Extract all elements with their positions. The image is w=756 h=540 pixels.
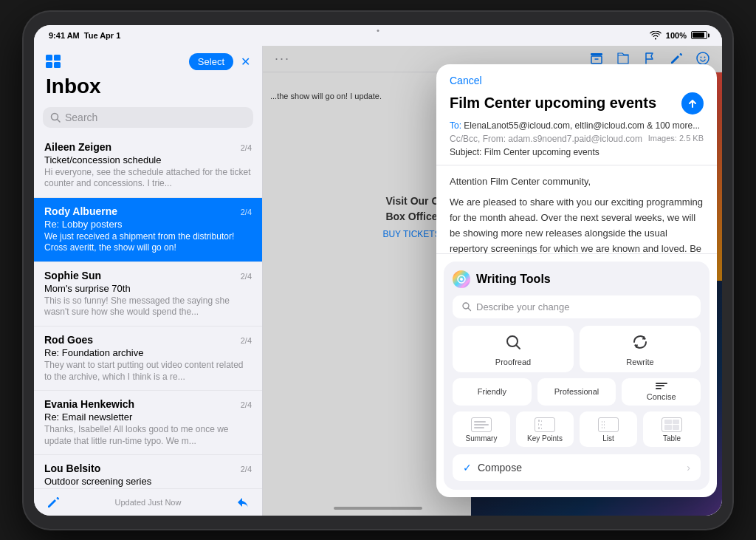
mail-subject: Re: Foundation archive: [44, 347, 252, 358]
compose-text: Compose: [478, 462, 522, 474]
key-points-button[interactable]: Key Points: [516, 411, 574, 447]
mail-sender: Rody Albuerne: [44, 205, 117, 217]
proofread-button[interactable]: Proofread: [453, 326, 574, 372]
to-field: To: ElenaLanot55@icloud.com, eltlin@iclo…: [450, 120, 704, 131]
subject-label: Subject:: [450, 147, 481, 157]
mail-item[interactable]: Sophie Sun 2/4 Mom's surprise 70th This …: [34, 262, 262, 327]
search-placeholder: Search: [65, 112, 97, 123]
professional-button[interactable]: Professional: [537, 378, 616, 406]
mail-date: 2/4: [241, 208, 252, 216]
describe-placeholder: Describe your change: [476, 301, 569, 312]
tools-row: Proofread: [453, 326, 701, 372]
mail-preview: This is so funny! She messaged the sayin…: [44, 295, 252, 318]
svg-line-5: [58, 119, 61, 122]
main-layout: Select ✕ Inbox Search A: [34, 46, 722, 516]
to-addresses: ElenaLanot55@icloud.com, eltlin@icloud.c…: [464, 120, 700, 131]
compose-row[interactable]: ✓ Compose ›: [453, 454, 701, 481]
mail-subject: Outdoor screening series: [44, 476, 252, 487]
mail-date: 2/4: [241, 336, 252, 345]
mail-sender: Aileen Zeigen: [44, 141, 111, 153]
mail-item[interactable]: Rod Goes 2/4 Re: Foundation archive They…: [34, 327, 262, 391]
mail-item[interactable]: Aileen Zeigen 2/4 Ticket/concession sche…: [34, 134, 262, 198]
checkmark-icon: ✓: [463, 462, 472, 474]
mail-sender: Rod Goes: [44, 334, 93, 346]
send-arrow-icon: [687, 98, 698, 109]
mail-item[interactable]: Lou Belsito 2/4 Outdoor screening series…: [34, 455, 262, 488]
svg-line-16: [517, 345, 520, 349]
proofread-label: Proofread: [495, 358, 531, 366]
email-subject-row: Film Center upcoming events: [450, 92, 704, 115]
mail-date: 2/4: [241, 272, 252, 281]
status-right: 100%: [650, 31, 707, 40]
reply-icon[interactable]: [236, 495, 250, 510]
subject-field: Subject: Film Center upcoming events: [450, 147, 704, 157]
key-points-label: Key Points: [527, 434, 563, 442]
summary-icon: [471, 417, 492, 432]
mail-item[interactable]: Evania Henkewich 2/4 Re: Email newslette…: [34, 391, 262, 455]
table-label: Table: [663, 434, 681, 442]
top-camera-area: [377, 30, 379, 32]
list-icon: [598, 417, 619, 432]
friendly-button[interactable]: Friendly: [453, 378, 532, 406]
svg-rect-2: [46, 62, 52, 68]
modal-email-body: Attention Film Center community, We are …: [436, 165, 717, 254]
magnify-icon: [461, 301, 472, 312]
mailboxes-icon[interactable]: [46, 55, 62, 68]
email-detail-background: ···: [263, 46, 722, 516]
list-button[interactable]: List: [580, 411, 637, 447]
wifi-icon: [650, 31, 662, 40]
mail-sender: Sophie Sun: [44, 270, 101, 281]
writing-tools-title: Writing Tools: [476, 273, 551, 286]
svg-rect-0: [46, 55, 52, 61]
cc-from-text: Cc/Bcc, From: adam.s9noend7.paid@icloud.…: [450, 134, 642, 144]
send-button[interactable]: [681, 92, 704, 115]
rewrite-button[interactable]: Rewrite: [580, 326, 701, 372]
proofread-icon: [504, 333, 522, 355]
mail-sender: Lou Belsito: [44, 462, 100, 474]
time-display: 9:41 AM: [49, 31, 80, 40]
tone-row: Friendly Professional: [453, 378, 701, 406]
mail-subject: Ticket/concession schedule: [44, 154, 252, 165]
email-subject-text: Film Center upcoming events: [450, 95, 681, 112]
mail-preview: Thanks, Isabelle! All looks good to me o…: [44, 424, 252, 447]
svg-rect-1: [54, 55, 61, 61]
search-icon: [50, 112, 61, 123]
summary-button[interactable]: Summary: [453, 411, 510, 447]
chevron-right-icon: ›: [687, 462, 690, 474]
rewrite-icon: [631, 333, 649, 355]
status-left: 9:41 AM Tue Apr 1: [49, 31, 120, 40]
mail-preview: They want to start putting out video con…: [44, 360, 252, 383]
table-button[interactable]: Table: [643, 411, 701, 447]
ipad-screen: 9:41 AM Tue Apr 1 100%: [34, 25, 722, 516]
summary-label: Summary: [466, 434, 498, 442]
attention-line: Attention Film Center community,: [450, 174, 704, 190]
describe-input[interactable]: Describe your change: [453, 295, 701, 318]
battery-fill: [693, 33, 704, 38]
concise-button[interactable]: Concise: [622, 378, 701, 406]
compose-icon[interactable]: [46, 495, 61, 510]
mail-item-selected[interactable]: Rody Albuerne 2/4 Re: Lobby posters We j…: [34, 198, 262, 262]
modal-email-header: Cancel Film Center upcoming events To: E…: [436, 64, 717, 165]
select-button[interactable]: Select: [189, 53, 233, 70]
close-x[interactable]: ✕: [241, 55, 250, 69]
search-bar[interactable]: Search: [43, 107, 253, 128]
cc-field: Cc/Bcc, From: adam.s9noend7.paid@icloud.…: [450, 134, 704, 144]
compose-label: ✓ Compose: [463, 462, 522, 474]
camera-dot: [377, 30, 379, 32]
subject-value: Film Center upcoming events: [484, 147, 599, 157]
writing-tools-panel: Writing Tools Describe your change: [444, 262, 709, 490]
sidebar-footer: Updated Just Now: [34, 488, 262, 516]
svg-line-14: [468, 308, 471, 311]
cancel-button[interactable]: Cancel: [450, 75, 482, 86]
mail-sidebar: Select ✕ Inbox Search A: [34, 46, 263, 516]
mail-date: 2/4: [241, 465, 252, 474]
status-bar: 9:41 AM Tue Apr 1 100%: [34, 25, 722, 46]
inbox-title: Inbox: [34, 75, 262, 104]
mail-list: Aileen Zeigen 2/4 Ticket/concession sche…: [34, 134, 262, 488]
mail-sender: Evania Henkewich: [44, 398, 134, 410]
rewrite-label: Rewrite: [626, 358, 653, 366]
sidebar-header: Select ✕: [34, 46, 262, 75]
date-display: Tue Apr 1: [84, 31, 121, 40]
panel-title: Writing Tools: [453, 270, 701, 288]
mail-date: 2/4: [241, 400, 252, 409]
